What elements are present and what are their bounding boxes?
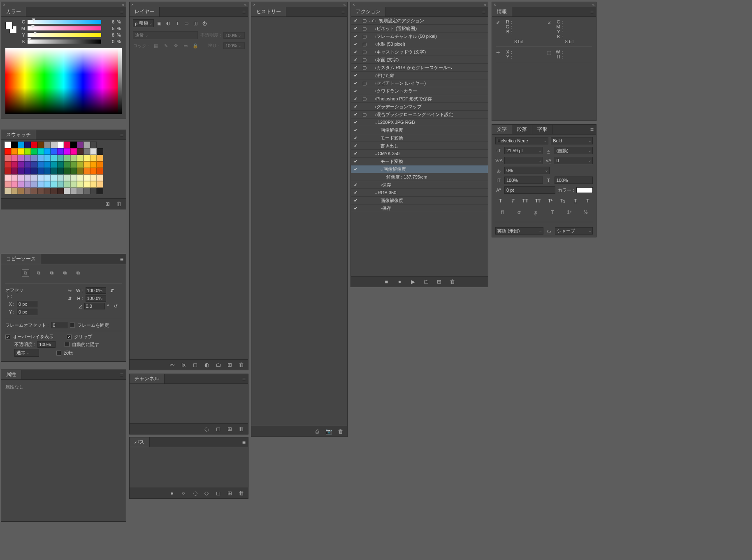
swatch[interactable] <box>51 155 57 161</box>
link-icon[interactable]: ⇵ <box>110 288 114 293</box>
channel-value[interactable]: 6 <box>104 19 114 24</box>
cmyk-slider[interactable] <box>28 40 101 44</box>
new-path-icon[interactable]: ⊞ <box>227 490 232 496</box>
cmyk-slider[interactable] <box>28 33 101 37</box>
tab-actions[interactable]: アクション <box>351 7 386 16</box>
swatch-grid[interactable] <box>1 140 126 198</box>
swatch[interactable] <box>11 155 18 161</box>
close-icon[interactable]: × <box>131 2 134 7</box>
swatch[interactable] <box>64 161 70 168</box>
new-channel-icon[interactable]: ⊞ <box>227 426 232 432</box>
expand-icon[interactable]: ⌵ <box>381 167 383 172</box>
action-row[interactable]: ✔ ▢ ›フレームチャンネル (50 pixel) <box>351 33 488 40</box>
swatch[interactable] <box>57 155 64 161</box>
swatch[interactable] <box>37 181 44 188</box>
tab-properties[interactable]: 属性 <box>1 370 21 379</box>
fg-bg-swatch[interactable] <box>5 22 17 33</box>
swatch[interactable] <box>31 188 37 194</box>
save-selection-icon[interactable]: ◻ <box>215 426 221 432</box>
font-weight-dropdown[interactable]: ⌵ <box>551 137 593 144</box>
toggle-icon[interactable]: ✔ <box>351 96 360 102</box>
close-icon[interactable]: × <box>494 2 496 7</box>
swatch[interactable] <box>70 174 77 181</box>
expand-icon[interactable]: ⌵ <box>369 18 372 23</box>
swatch[interactable] <box>97 155 103 161</box>
swatch[interactable] <box>18 174 24 181</box>
hscale-input[interactable] <box>555 177 593 184</box>
swatch[interactable] <box>44 142 51 148</box>
swatch[interactable] <box>18 181 24 188</box>
swatch[interactable] <box>97 188 103 194</box>
swatch[interactable] <box>44 168 51 174</box>
offset-x-input[interactable] <box>17 301 37 307</box>
tab-paragraph[interactable]: 段落 <box>512 125 532 134</box>
action-row[interactable]: ✔ ›溶けた鉛 <box>351 72 488 79</box>
tsume-input[interactable]: ⌵ <box>504 167 550 174</box>
angle-input[interactable] <box>84 303 105 309</box>
filter-toggle-icon[interactable]: ⏻ <box>202 21 207 26</box>
action-row[interactable]: ✔ ⌵CMYK 350 <box>351 150 488 158</box>
tab-character[interactable]: 文字 <box>492 125 512 134</box>
collapse-icon[interactable]: « <box>484 2 486 7</box>
titling-button[interactable]: T <box>549 209 556 216</box>
dialog-icon[interactable]: ▢ <box>360 96 369 102</box>
swatch[interactable] <box>51 188 57 194</box>
toggle-icon[interactable]: ✔ <box>351 159 360 164</box>
swatch[interactable] <box>84 148 90 155</box>
expand-icon[interactable]: ⌵ <box>375 151 378 156</box>
swatch[interactable] <box>11 181 18 188</box>
swatch[interactable] <box>77 168 84 174</box>
swatch[interactable] <box>37 148 44 155</box>
swatch[interactable] <box>44 188 51 194</box>
dialog-icon[interactable]: ▢ <box>360 65 369 70</box>
swatch[interactable] <box>31 148 37 155</box>
swatch[interactable] <box>97 148 103 155</box>
tab-history[interactable]: ヒストリー <box>251 7 286 16</box>
tab-layers[interactable]: レイヤー <box>130 7 160 16</box>
swash-button[interactable]: ʂ <box>532 209 539 216</box>
swatch[interactable] <box>77 155 84 161</box>
swatch[interactable] <box>57 174 64 181</box>
font-size-input[interactable]: ⌵ <box>504 147 543 154</box>
stop-icon[interactable]: ■ <box>384 279 390 285</box>
swatch[interactable] <box>90 174 97 181</box>
toggle-icon[interactable]: ✔ <box>351 151 360 156</box>
smallcaps-button[interactable]: Tᴛ <box>534 197 541 204</box>
dialog-icon[interactable]: ▢ <box>360 57 369 63</box>
swatch[interactable] <box>5 168 11 174</box>
action-row[interactable]: ✔ ▢ ›セピアトーン (レイヤー) <box>351 79 488 87</box>
swatch[interactable] <box>77 148 84 155</box>
panel-menu-icon[interactable]: ≡ <box>240 374 248 383</box>
text-color-swatch[interactable] <box>576 187 593 193</box>
swatch[interactable] <box>5 142 11 148</box>
swatch[interactable] <box>5 188 11 194</box>
toggle-icon[interactable]: ✔ <box>351 88 360 94</box>
cmyk-slider[interactable] <box>28 20 101 24</box>
toggle-icon[interactable]: ✔ <box>351 49 360 55</box>
alt-button[interactable]: σ <box>515 209 523 216</box>
swatch[interactable] <box>37 188 44 194</box>
panel-menu-icon[interactable]: ≡ <box>339 7 347 16</box>
flip-h-icon[interactable]: ⇋ <box>68 288 72 293</box>
swatch[interactable] <box>90 142 97 148</box>
swatch[interactable] <box>64 188 70 194</box>
action-row[interactable]: ✔ 画像解像度 <box>351 126 488 134</box>
swatch[interactable] <box>51 181 57 188</box>
record-icon[interactable]: ● <box>397 279 403 285</box>
swatch[interactable] <box>5 148 11 155</box>
eyedropper-icon[interactable]: ✐ <box>496 20 502 26</box>
stroke-path-icon[interactable]: ○ <box>181 490 186 496</box>
clone-source-1-icon[interactable]: ⧉ <box>22 269 29 277</box>
antialias-dropdown[interactable]: ⌵ <box>555 227 593 235</box>
layer-group-icon[interactable]: 🗀 <box>215 362 221 368</box>
new-set-icon[interactable]: 🗀 <box>423 279 429 285</box>
action-row[interactable]: ✔ ›グラデーションマップ <box>351 103 488 111</box>
faux-italic-button[interactable]: T <box>509 197 517 204</box>
tab-channels[interactable]: チャンネル <box>130 374 165 383</box>
toggle-icon[interactable]: ✔ <box>351 143 360 149</box>
blend-mode-dropdown[interactable]: 通常 <box>133 31 198 39</box>
swatch[interactable] <box>24 168 31 174</box>
filter-adjust-icon[interactable]: ◐ <box>165 21 171 26</box>
trash-icon[interactable]: 🗑 <box>450 279 455 285</box>
fill-dropdown[interactable]: 100% <box>223 42 245 49</box>
